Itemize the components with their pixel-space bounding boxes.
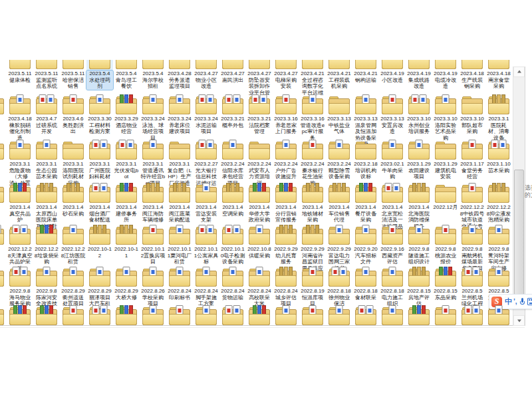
folder-item[interactable]: 2023.4.18橡胶脱硝催化剂制造 bbox=[7, 98, 33, 141]
folder-item[interactable]: 2023.1.29农田建设项目 bbox=[406, 144, 432, 180]
folder-item[interactable]: 2022.10.12置换房项目 bbox=[140, 229, 166, 265]
folder-item[interactable]: 2023.3.10部队超市采购 bbox=[459, 98, 485, 135]
folder-item[interactable]: 2022.9.8南航烤机煤场最新名卡项目 bbox=[459, 229, 485, 271]
folder-item[interactable]: 2023.4.6奥胜剧演出 bbox=[60, 98, 86, 135]
folder-item[interactable]: 2023.4.28劳务派遣监理项目 bbox=[166, 60, 193, 90]
folder-item[interactable]: 2022.9.8黄河特架车间生产房大修 bbox=[485, 229, 512, 271]
folder-item[interactable]: 2022.8.18电力施工组织 bbox=[379, 271, 406, 307]
folder-item-clipped[interactable] bbox=[60, 309, 86, 325]
folder-item[interactable]: 2023.02.1牛羊肉采购 bbox=[379, 144, 406, 180]
folder-item[interactable]: 2022.10-11 bbox=[113, 229, 140, 259]
folder-item[interactable]: 2023.1.29建筑机电安装 bbox=[432, 144, 459, 180]
folder-item[interactable]: 2023.5.11监测监听点名系统 bbox=[33, 60, 60, 90]
folder-item[interactable]: 2022.12.28天津真空共晶炉采购 bbox=[7, 229, 33, 271]
folder-item[interactable]: 2023.3.10洛阳实验艺术品采购 bbox=[432, 98, 459, 141]
folder-item[interactable]: 2023.1.4地铁辅材采购 bbox=[299, 187, 326, 223]
folder-item[interactable]: 2023.1.4闽江蔬菜采购配送 bbox=[166, 187, 193, 223]
folder-item[interactable]: 2022.8.15房地产评估 bbox=[406, 271, 432, 307]
folder-item[interactable]: 2022.8.15东品采购 bbox=[432, 271, 459, 301]
folder-item[interactable]: 2023.3.1管道通讯特许经营bot项目 bbox=[140, 144, 166, 186]
folder-item[interactable]: 2023.1.4建侨事务所 bbox=[113, 187, 140, 223]
folder-item[interactable]: 2022.8.24城乡评估项目 bbox=[273, 271, 299, 307]
folder-item[interactable]: 2023.1.4烟台酒厂食材配送 bbox=[86, 187, 113, 223]
folder-item[interactable]: 2023.4.18南京食堂采购 bbox=[485, 60, 512, 90]
folder-item-clipped[interactable] bbox=[326, 309, 352, 325]
microphone-icon[interactable] bbox=[520, 298, 525, 306]
folder-item[interactable]: 2023.2.24武安市人力资源培训 bbox=[246, 144, 273, 186]
folder-item[interactable]: 2023.4.19小区改造 bbox=[379, 60, 406, 83]
folder-item-clipped[interactable] bbox=[432, 309, 459, 325]
scroll-up-button[interactable] bbox=[513, 66, 525, 77]
folder-item[interactable]: 2023.3.1危险废物（大修渣）处置 bbox=[7, 144, 33, 186]
folder-item[interactable]: 2023.1.10苗木采购 bbox=[485, 144, 512, 174]
folder-item[interactable]: 2023.1.4华侨大学政府采购 bbox=[246, 187, 273, 223]
folder-item[interactable]: 2023.2.18培训机构设标 bbox=[352, 144, 379, 180]
folder-item[interactable]: 2022.8.29衢州遗送处置项目 bbox=[60, 271, 86, 307]
folder-item[interactable]: 2022.8.26学校采购项目 bbox=[140, 271, 166, 307]
folder-item[interactable]: 2023.4.7过磅系统开发 bbox=[33, 98, 60, 135]
folder-item[interactable]: 2022.10.11公寓家具标 bbox=[193, 229, 219, 265]
folder-item[interactable]: 2023.4.19电缆冷改造 bbox=[432, 60, 459, 90]
folder-item[interactable]: 2023.5.11健康体检 bbox=[7, 60, 33, 83]
folder-item[interactable]: 2023.3.1复合肥（LHP）生产厂房改造 bbox=[166, 144, 193, 186]
folder-item[interactable]: 2023.1.17食堂劳务经营 bbox=[459, 144, 485, 180]
folder-item[interactable]: 2023.3.13中铁盐业气体 bbox=[326, 98, 352, 135]
folder-item[interactable]: 2023.3.29酒店物业经营 bbox=[113, 98, 140, 135]
folder-item[interactable]: 2022.12月 bbox=[432, 187, 459, 211]
folder-item[interactable]: 2023.3.24水泥运输项目 bbox=[193, 98, 219, 135]
folder-item-clipped[interactable] bbox=[299, 309, 326, 325]
folder-item[interactable]: 2022.9.8隧道施工组织设计 bbox=[406, 229, 432, 265]
folder-item-clipped[interactable] bbox=[0, 229, 7, 245]
folder-item[interactable]: 2022.12.28垃圾袋采购 bbox=[33, 229, 60, 265]
folder-item[interactable]: 2022.8.24货物运输 bbox=[219, 271, 246, 301]
keyboard-icon[interactable] bbox=[527, 298, 532, 305]
folder-item-clipped[interactable] bbox=[0, 144, 7, 160]
folder-item-clipped[interactable] bbox=[219, 309, 246, 325]
folder-item-clipped[interactable] bbox=[273, 309, 299, 325]
folder-item[interactable]: 2022.8.24印刷标书 bbox=[166, 271, 193, 301]
folder-item[interactable]: 2023.4.27电梯采购安装 bbox=[273, 60, 299, 90]
folder-item[interactable]: 2022.10-12 bbox=[86, 229, 113, 259]
folder-item[interactable]: 2023.3.16养老居家上门服务 bbox=[273, 98, 299, 135]
folder-item[interactable]: 2022.9.8海马物业服务采购 bbox=[7, 271, 33, 307]
folder-item[interactable]: 2023.4.19集成线路改造 bbox=[406, 60, 432, 90]
folder-item[interactable]: 2022.10.10电子检测设备采购 bbox=[219, 229, 246, 265]
folder-item-clipped[interactable] bbox=[193, 309, 219, 325]
scrollbar-thumb[interactable] bbox=[514, 170, 524, 309]
chinese-mode-icon[interactable]: 中 bbox=[505, 297, 512, 307]
folder-item[interactable]: 2023.2.24户外广告设施提升 bbox=[273, 144, 299, 180]
vertical-scrollbar[interactable] bbox=[513, 66, 525, 326]
folder-item[interactable]: 2022.9.29富达电力国网三家标书 bbox=[326, 229, 352, 271]
folder-item[interactable]: 2023.1.4闽江海防车辆维修 bbox=[140, 187, 166, 223]
folder-item-clipped[interactable] bbox=[246, 309, 273, 325]
folder-item[interactable]: 2022.8.18食材联采 bbox=[352, 271, 379, 301]
folder-item-clipped[interactable] bbox=[0, 98, 7, 114]
folder-item[interactable]: 2022.8.24脚手架施工方案 bbox=[193, 271, 219, 307]
folder-item[interactable]: 2023.3.21法院档案管理 bbox=[246, 98, 273, 135]
folder-item[interactable]: 2023.1.4砂石采购 bbox=[60, 187, 86, 217]
folder-item[interactable]: 2023.5.4青岛理工餐饮 bbox=[113, 60, 140, 90]
folder-item[interactable]: 2022.12.28抑尘液发泡精采购 bbox=[485, 187, 512, 223]
folder-item[interactable]: 2023.3.24泳池、球场经营项目 bbox=[140, 98, 166, 141]
folder-item[interactable]: 2022.10.11栗河电厂租赁 bbox=[166, 229, 193, 265]
folder-item[interactable]: 2022.9.29幼儿托育服务 bbox=[273, 229, 299, 265]
folder-item[interactable]: 2023.1.4餐厅设备采购 bbox=[352, 187, 379, 223]
folder-item[interactable]: 2023.1.4雷达安装支架 bbox=[193, 187, 219, 223]
folder-item[interactable]: 2022.8.19恒温库项目 bbox=[299, 271, 326, 307]
folder-item[interactable]: 2023.2.24信阳水库承包经营项目 bbox=[219, 144, 246, 186]
folder-item[interactable]: 2022.10.8供暖采购 bbox=[246, 229, 273, 259]
folder-item[interactable]: 2023.3.16管道改造epc审计服务 bbox=[299, 98, 326, 141]
folder-item-clipped[interactable] bbox=[113, 309, 140, 325]
folder-item-clipped[interactable] bbox=[0, 271, 7, 287]
folder-item[interactable]: 2023.3.21概率外包 bbox=[219, 98, 246, 128]
folder-item[interactable]: 2023.1.4分行营销宣传服务 bbox=[273, 187, 299, 223]
folder-item-clipped[interactable] bbox=[0, 187, 7, 203]
punctuation-icon[interactable]: ’, bbox=[513, 298, 517, 305]
folder-item[interactable]: 2023.4.21钢构运输 bbox=[352, 60, 379, 83]
folder-item[interactable]: 2023.3.1广州医院妇科耗材 bbox=[86, 144, 113, 180]
folder-item[interactable]: 2023.3.10永州创业培训服务 bbox=[406, 98, 432, 135]
folder-item[interactable]: 2023.1.4空调采购 bbox=[219, 187, 246, 217]
folder-item[interactable]: 2022.12.28江坊医院租赁 bbox=[60, 229, 86, 265]
folder-item[interactable]: 2023.4.21工程装载机采购 bbox=[326, 60, 352, 90]
folder-item-clipped[interactable] bbox=[352, 309, 379, 325]
